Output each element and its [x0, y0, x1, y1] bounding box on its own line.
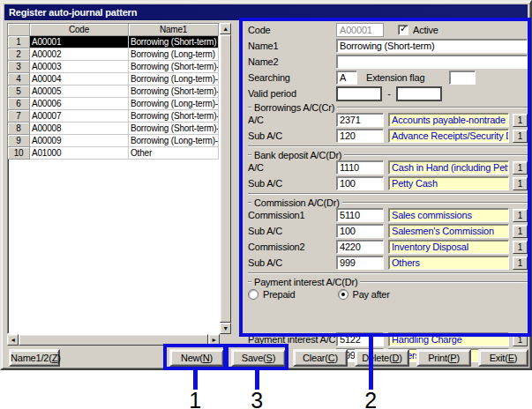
- table-row[interactable]: 7 A00007 Borrowing (Short-term)-spot: [8, 110, 219, 123]
- lookup-button[interactable]: 1: [513, 241, 528, 254]
- extension-flag-input[interactable]: [449, 71, 476, 85]
- cell-code[interactable]: A00001: [30, 36, 129, 48]
- group-title: Payment interest A/C(Dr): [254, 277, 357, 287]
- lookup-button[interactable]: 1: [513, 209, 528, 222]
- delete-button[interactable]: Delete(D): [355, 349, 409, 367]
- row-number[interactable]: 4: [8, 73, 30, 86]
- name2-input[interactable]: [336, 55, 528, 69]
- header-cell-code[interactable]: Code: [30, 24, 129, 36]
- cell-name1[interactable]: Borrowing (Short-term)-spot: [129, 110, 219, 123]
- cell-name1[interactable]: Borrowing (Short-term)-building: [129, 86, 219, 98]
- account-code-input[interactable]: 5122: [336, 332, 384, 346]
- account-code-input[interactable]: 2371: [336, 113, 384, 127]
- cell-code[interactable]: A00003: [30, 61, 129, 73]
- cell-code[interactable]: A00008: [30, 123, 129, 135]
- lookup-button[interactable]: 1: [513, 333, 528, 346]
- account-code-input[interactable]: 999: [336, 256, 384, 270]
- cell-code[interactable]: A00004: [30, 73, 129, 86]
- account-code-input[interactable]: 1110: [336, 160, 384, 175]
- searching-input[interactable]: A: [336, 71, 357, 85]
- title-bar[interactable]: Register auto-journal pattern: [4, 4, 528, 20]
- cell-code[interactable]: A00005: [30, 86, 129, 98]
- row-number[interactable]: 7: [8, 110, 30, 123]
- cell-code[interactable]: A00009: [30, 135, 129, 147]
- scrollbar-corner: [220, 334, 231, 346]
- row-number[interactable]: 2: [8, 48, 30, 61]
- table-row[interactable]: 9 A00009 Borrowing (Long-term)-other: [8, 135, 219, 147]
- clear-button[interactable]: Clear(C): [293, 349, 348, 367]
- lookup-button[interactable]: 1: [513, 114, 528, 127]
- valid-from-input[interactable]: [336, 86, 382, 101]
- vertical-scroll-thumb[interactable]: [220, 34, 231, 323]
- table-row[interactable]: 4 A00004 Borrowing (Long-term)-material: [8, 73, 219, 86]
- save-button[interactable]: Save(S): [231, 349, 286, 367]
- code-label: Code: [248, 25, 336, 35]
- cell-name1[interactable]: Borrowing (Long-term): [129, 48, 219, 61]
- new-button[interactable]: New(N): [169, 349, 224, 367]
- header-cell-name1[interactable]: Name1: [129, 24, 219, 36]
- account-desc-field: Inventory Disposal: [388, 240, 509, 254]
- lookup-button[interactable]: 1: [513, 177, 528, 190]
- cell-name1[interactable]: Borrowing (Long-term)-other: [129, 135, 219, 147]
- valid-period-label: Valid period: [248, 88, 336, 99]
- scroll-right-icon[interactable]: ►: [208, 334, 220, 346]
- scroll-left-icon[interactable]: ◄: [7, 334, 19, 346]
- cell-name1[interactable]: Borrowing (Long-term)-material: [129, 73, 219, 86]
- table-row[interactable]: 6 A00006 Borrowing (Long-term)-building: [8, 98, 219, 110]
- account-desc-field: Accounts payable-nontrade: [388, 113, 509, 127]
- horizontal-scrollbar[interactable]: ◄ ►: [7, 334, 220, 346]
- table-row[interactable]: 5 A00005 Borrowing (Short-term)-building: [8, 86, 219, 98]
- field-label: Commission1: [248, 210, 336, 220]
- pay-after-radio[interactable]: [338, 289, 348, 300]
- name12-button[interactable]: Name1/2(Z): [9, 349, 60, 367]
- row-number[interactable]: 5: [8, 86, 30, 98]
- active-checkbox[interactable]: ✓: [398, 25, 408, 35]
- cell-code[interactable]: A00007: [30, 110, 129, 123]
- cell-name1[interactable]: Borrowing (Short-term)-other: [129, 123, 219, 135]
- row-number[interactable]: 9: [8, 135, 30, 147]
- row-number[interactable]: 8: [8, 123, 30, 135]
- table-row[interactable]: 1 A00001 Borrowing (Short-term): [8, 36, 219, 48]
- print-button[interactable]: Print(P): [416, 349, 471, 367]
- cell-name1[interactable]: Other: [129, 147, 219, 160]
- row-number[interactable]: 1: [8, 36, 30, 48]
- row-number[interactable]: 6: [8, 98, 30, 110]
- lookup-button[interactable]: 1: [513, 225, 528, 238]
- account-code-input[interactable]: 120: [336, 129, 384, 143]
- prepaid-label: Prepaid: [263, 289, 296, 300]
- table-row[interactable]: 2 A00002 Borrowing (Long-term): [8, 48, 219, 61]
- cell-name1[interactable]: Borrowing (Long-term)-building: [129, 98, 219, 110]
- account-desc-field: Petty Cash: [388, 176, 509, 190]
- row-number[interactable]: 10: [8, 147, 30, 160]
- prepaid-radio[interactable]: [248, 289, 259, 300]
- lookup-button[interactable]: 1: [513, 257, 528, 270]
- vertical-scrollbar[interactable]: ▲ ▼: [220, 23, 231, 334]
- name1-input[interactable]: Borrowing (Short-term): [336, 39, 528, 53]
- scroll-down-icon[interactable]: ▼: [220, 323, 231, 334]
- account-code-input[interactable]: 100: [336, 224, 384, 238]
- cell-code[interactable]: A00006: [30, 98, 129, 110]
- account-desc-field: Handling Charge: [388, 332, 509, 346]
- table-row[interactable]: 3 A00003 Borrowing (Short-term)-material: [8, 61, 219, 73]
- cell-name1[interactable]: Borrowing (Short-term): [129, 36, 219, 48]
- account-code-input[interactable]: 100: [336, 176, 384, 190]
- cell-code[interactable]: A00002: [30, 48, 129, 61]
- cell-code[interactable]: A01000: [30, 147, 129, 160]
- table-row[interactable]: 10 A01000 Other: [8, 147, 219, 160]
- pattern-grid: Code Name1 1 A00001 Borrowing (Short-ter…: [7, 23, 220, 334]
- cell-name1[interactable]: Borrowing (Short-term)-material: [129, 61, 219, 73]
- pattern-form: Code A00001 ✓ Active Name1 Borrowing (Sh…: [246, 22, 529, 337]
- lookup-button[interactable]: 1: [513, 161, 528, 175]
- account-desc-field: Cash in Hand (including Petty Cash): [388, 160, 509, 175]
- exit-button[interactable]: Exit(E): [478, 349, 528, 367]
- table-row[interactable]: 8 A00008 Borrowing (Short-term)-other: [8, 123, 219, 135]
- valid-to-input[interactable]: [396, 86, 442, 101]
- account-code-input[interactable]: 4220: [336, 240, 384, 254]
- scroll-up-icon[interactable]: ▲: [220, 23, 231, 34]
- lookup-button[interactable]: 1: [513, 130, 528, 143]
- row-number[interactable]: 3: [8, 61, 30, 73]
- account-code-input[interactable]: 5110: [336, 208, 384, 222]
- group-title: Borrowings A/C(Cr): [254, 102, 334, 113]
- horizontal-scroll-thumb[interactable]: [19, 334, 208, 346]
- name1-label: Name1: [248, 41, 336, 51]
